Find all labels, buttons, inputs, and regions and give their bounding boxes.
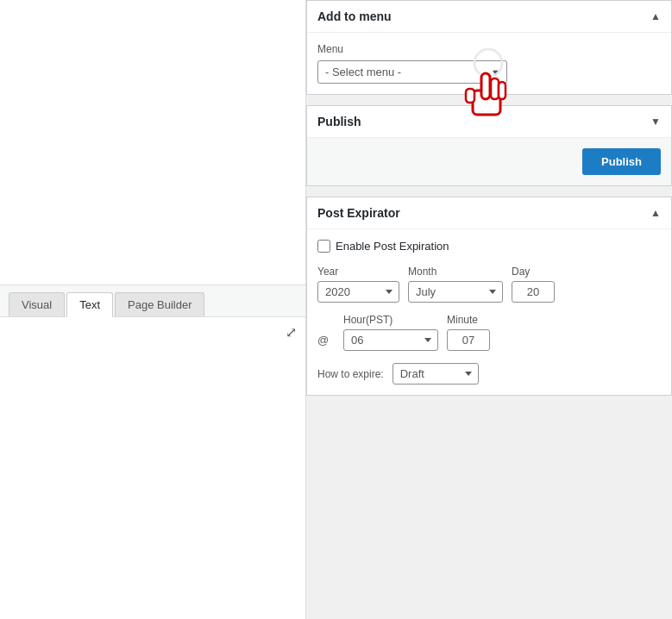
tab-page-builder[interactable]: Page Builder [115,292,204,316]
month-select[interactable]: July [408,281,503,303]
publish-section: Publish ▼ Publish [306,105,672,186]
minute-input[interactable] [447,329,490,351]
enable-expiration-checkbox[interactable] [317,240,330,253]
tab-visual[interactable]: Visual [9,292,65,316]
day-input[interactable] [512,281,555,303]
add-to-menu-chevron: ▲ [650,10,661,22]
enable-expiration-row: Enable Post Expiration [317,240,661,253]
minute-col-header: Minute [447,314,478,326]
left-editor-panel: Visual Text Page Builder ⤢ [0,0,306,619]
menu-select-container: - Select menu - ▼ [317,60,661,84]
post-expirator-header[interactable]: Post Expirator ▲ [307,197,671,229]
publish-header[interactable]: Publish ▼ [307,106,671,138]
publish-chevron: ▼ [650,116,661,128]
expire-select[interactable]: Draft [393,363,479,385]
svg-rect-5 [466,89,474,103]
expire-label: How to expire: [317,368,384,380]
add-to-menu-body: Menu - Select menu - ▼ [307,33,671,94]
expire-row: How to expire: Draft [317,363,661,385]
post-expirator-section: Post Expirator ▲ Enable Post Expiration … [306,197,672,396]
menu-select-wrapper: - Select menu - ▼ [317,60,507,84]
menu-select[interactable]: - Select menu - [317,60,507,84]
editor-content: ⤢ [0,317,305,619]
year-select[interactable]: 2020 [317,281,399,303]
hour-col-header: Hour(PST) [343,314,393,326]
editor-top-area [0,0,305,285]
hour-select[interactable]: 06 [343,329,438,351]
at-symbol: @ [317,334,335,347]
post-expirator-chevron: ▲ [650,207,661,219]
month-col-header: Month [408,266,436,278]
editor-tabs: Visual Text Page Builder [0,285,305,317]
day-col-header: Day [512,266,530,278]
year-col-header: Year [317,266,338,278]
add-to-menu-header[interactable]: Add to menu ▲ [307,1,671,33]
post-expirator-title: Post Expirator [317,206,400,220]
publish-button[interactable]: Publish [582,148,661,175]
publish-title: Publish [317,115,361,128]
publish-body: Publish [307,138,671,185]
menu-label: Menu [317,43,661,55]
right-panel: Add to menu ▲ Menu - Select menu - ▼ [306,0,672,619]
add-to-menu-title: Add to menu [317,9,392,23]
enable-expiration-label: Enable Post Expiration [336,240,449,253]
tab-text[interactable]: Text [66,292,113,317]
add-to-menu-section: Add to menu ▲ Menu - Select menu - ▼ [306,0,672,95]
fullscreen-icon[interactable]: ⤢ [286,324,297,341]
post-expirator-body: Enable Post Expiration Year Month Day 20 [307,229,671,395]
svg-rect-4 [499,82,506,99]
